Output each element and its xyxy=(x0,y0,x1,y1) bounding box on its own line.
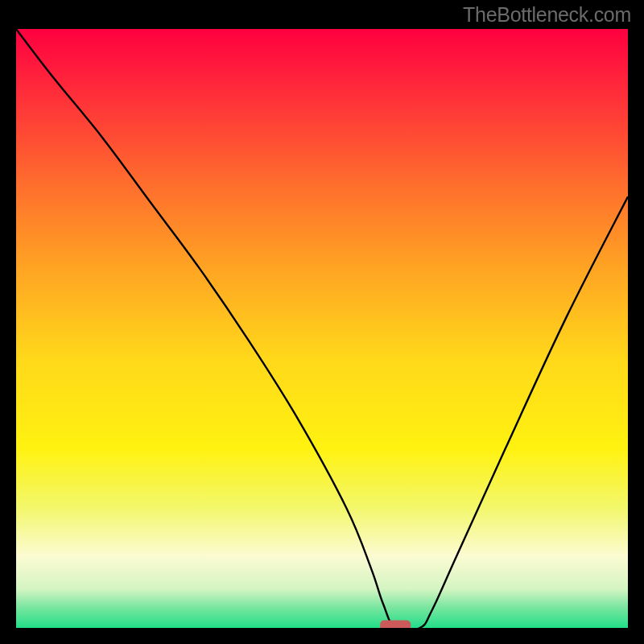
gradient-background xyxy=(16,29,628,628)
optimum-marker xyxy=(380,621,411,628)
chart-frame: TheBottleneck.com xyxy=(0,0,644,644)
chart-svg xyxy=(16,29,628,628)
plot-area xyxy=(16,29,628,628)
attribution-label: TheBottleneck.com xyxy=(463,3,631,27)
